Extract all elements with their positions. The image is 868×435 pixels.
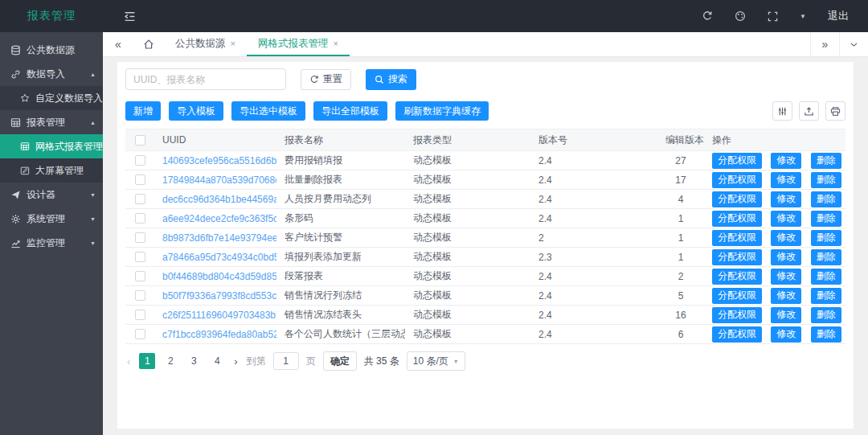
row-checkbox[interactable] bbox=[135, 290, 145, 301]
theme-icon[interactable] bbox=[735, 10, 746, 22]
assign-permission-button[interactable]: 分配权限 bbox=[712, 249, 762, 265]
edit-button[interactable]: 修改 bbox=[771, 172, 801, 188]
add-button[interactable]: 新增 bbox=[125, 101, 161, 121]
filter-columns-button[interactable] bbox=[772, 101, 792, 121]
page-button-4[interactable]: 4 bbox=[209, 353, 225, 369]
delete-button[interactable]: 删除 bbox=[811, 230, 841, 246]
sidebar-item-monitor-management[interactable]: 监控管理 ▼ bbox=[0, 231, 103, 255]
sidebar-item-data-import[interactable]: 数据导入 ▲ bbox=[0, 62, 103, 86]
page-button-1[interactable]: 1 bbox=[139, 353, 155, 369]
select-all-checkbox[interactable] bbox=[135, 135, 145, 146]
import-template-button[interactable]: 导入模板 bbox=[169, 101, 223, 121]
next-page-button[interactable]: › bbox=[232, 355, 239, 367]
sidebar-item-designer[interactable]: 设计器 ▼ bbox=[0, 183, 103, 207]
sidebar-item-report-management[interactable]: 报表管理 ▲ bbox=[0, 110, 103, 134]
uuid-link[interactable]: 17849844a870a539d7068c6d3... bbox=[162, 174, 276, 186]
column-header-uuid: UUID bbox=[154, 129, 276, 151]
uuid-link[interactable]: 8b9873d6fb7e14e93794ee7fc1... bbox=[162, 232, 276, 244]
tab-close-icon[interactable]: × bbox=[333, 39, 338, 48]
edit-button[interactable]: 修改 bbox=[771, 288, 801, 304]
edit-button[interactable]: 修改 bbox=[771, 269, 801, 285]
sidebar-item-system-management[interactable]: 系统管理 ▼ bbox=[0, 207, 103, 231]
print-button[interactable] bbox=[825, 101, 845, 121]
delete-button[interactable]: 删除 bbox=[811, 326, 841, 343]
confirm-button[interactable]: 确定 bbox=[323, 351, 357, 371]
menu-fold-icon[interactable] bbox=[124, 10, 136, 23]
sidebar-item-big-screen-management[interactable]: 大屏幕管理 bbox=[0, 158, 103, 183]
delete-button[interactable]: 删除 bbox=[811, 269, 841, 285]
uuid-link[interactable]: c26f25111696049703483b7915... bbox=[162, 310, 276, 321]
page-button-2[interactable]: 2 bbox=[162, 353, 178, 369]
export-all-button[interactable]: 导出全部模板 bbox=[313, 101, 387, 121]
edit-button[interactable]: 修改 bbox=[771, 249, 801, 265]
assign-permission-button[interactable]: 分配权限 bbox=[712, 230, 762, 246]
tab-close-icon[interactable]: × bbox=[231, 39, 235, 48]
search-input[interactable] bbox=[125, 68, 286, 90]
edit-button[interactable]: 修改 bbox=[771, 307, 801, 323]
assign-permission-button[interactable]: 分配权限 bbox=[712, 211, 762, 227]
delete-button[interactable]: 删除 bbox=[811, 211, 841, 227]
tabs-expand-button[interactable]: » bbox=[810, 32, 839, 56]
sidebar-item-grid-report-management[interactable]: 网格式报表管理 bbox=[0, 134, 103, 158]
uuid-link[interactable]: a6ee924dece2cfe9c363f5c902... bbox=[162, 213, 276, 224]
column-header-edit-version: 编辑版本 bbox=[657, 129, 704, 151]
row-checkbox[interactable] bbox=[135, 155, 145, 166]
delete-button[interactable]: 删除 bbox=[811, 249, 841, 265]
tab-grid-report-management[interactable]: 网格式报表管理 × bbox=[247, 32, 350, 56]
uuid-link[interactable]: 140693cefe956ca5516d6b66e2... bbox=[162, 155, 276, 166]
tab-public-datasource[interactable]: 公共数据源 × bbox=[164, 32, 247, 56]
delete-button[interactable]: 删除 bbox=[811, 288, 841, 304]
edit-button[interactable]: 修改 bbox=[771, 230, 801, 246]
goto-page-input[interactable] bbox=[273, 352, 299, 370]
uuid-link[interactable]: b0f44689bd804c43d59d85871a... bbox=[162, 271, 276, 282]
row-checkbox[interactable] bbox=[135, 194, 145, 204]
reset-button[interactable]: 重置 bbox=[301, 69, 351, 90]
uuid-link[interactable]: dec6cc96d364b1be44569ae18... bbox=[162, 194, 276, 205]
edit-button[interactable]: 修改 bbox=[771, 153, 801, 169]
fullscreen-icon[interactable] bbox=[768, 11, 778, 22]
logout-button[interactable]: 退出 bbox=[828, 9, 849, 23]
tabs-collapse-button[interactable]: « bbox=[103, 32, 133, 56]
edit-button[interactable]: 修改 bbox=[771, 211, 801, 227]
user-dropdown-caret[interactable]: ▼ bbox=[800, 13, 806, 20]
assign-permission-button[interactable]: 分配权限 bbox=[712, 288, 762, 304]
row-checkbox[interactable] bbox=[135, 174, 145, 185]
uuid-link[interactable]: a78466a95d73c4934c0bd5d11... bbox=[162, 252, 276, 263]
delete-button[interactable]: 删除 bbox=[811, 172, 841, 188]
page-button-3[interactable]: 3 bbox=[186, 353, 202, 369]
row-checkbox[interactable] bbox=[135, 271, 145, 281]
edit-button[interactable]: 修改 bbox=[771, 326, 801, 343]
edit-version-cell: 1 bbox=[657, 228, 704, 248]
refresh-dict-cache-button[interactable]: 刷新数据字典缓存 bbox=[395, 101, 489, 121]
assign-permission-button[interactable]: 分配权限 bbox=[712, 307, 762, 323]
edit-version-cell: 4 bbox=[657, 190, 704, 209]
assign-permission-button[interactable]: 分配权限 bbox=[712, 326, 762, 343]
sidebar-item-custom-data-import[interactable]: 自定义数据导入 bbox=[0, 86, 103, 110]
tabs-menu-button[interactable] bbox=[839, 32, 868, 56]
assign-permission-button[interactable]: 分配权限 bbox=[712, 172, 762, 188]
refresh-icon[interactable] bbox=[702, 10, 713, 22]
delete-button[interactable]: 删除 bbox=[811, 191, 841, 207]
export-selected-button[interactable]: 导出选中模板 bbox=[231, 101, 305, 121]
prev-page-button[interactable]: ‹ bbox=[125, 355, 132, 367]
home-tab[interactable] bbox=[133, 32, 164, 56]
row-checkbox[interactable] bbox=[135, 329, 145, 339]
sidebar-item-public-datasource[interactable]: 公共数据源 bbox=[0, 38, 103, 62]
assign-permission-button[interactable]: 分配权限 bbox=[712, 269, 762, 285]
delete-button[interactable]: 删除 bbox=[811, 307, 841, 323]
assign-permission-button[interactable]: 分配权限 bbox=[712, 191, 762, 207]
search-button[interactable]: 搜索 bbox=[366, 69, 416, 90]
delete-button[interactable]: 删除 bbox=[811, 153, 841, 169]
uuid-link[interactable]: c7f1bcc893964feda80ab52ee0... bbox=[162, 329, 276, 340]
row-checkbox[interactable] bbox=[135, 213, 145, 224]
row-checkbox[interactable] bbox=[135, 252, 145, 262]
uuid-link[interactable]: b50f7f9336a7993f8cd553ccc22... bbox=[162, 290, 276, 302]
column-header-version: 版本号 bbox=[530, 129, 657, 151]
assign-permission-button[interactable]: 分配权限 bbox=[712, 153, 762, 169]
export-table-button[interactable] bbox=[799, 101, 819, 121]
row-checkbox[interactable] bbox=[135, 310, 145, 320]
line-chart-icon bbox=[10, 238, 21, 248]
page-size-select[interactable]: 10 条/页 ▼ bbox=[407, 351, 465, 371]
edit-button[interactable]: 修改 bbox=[771, 191, 801, 207]
row-checkbox[interactable] bbox=[135, 232, 145, 243]
